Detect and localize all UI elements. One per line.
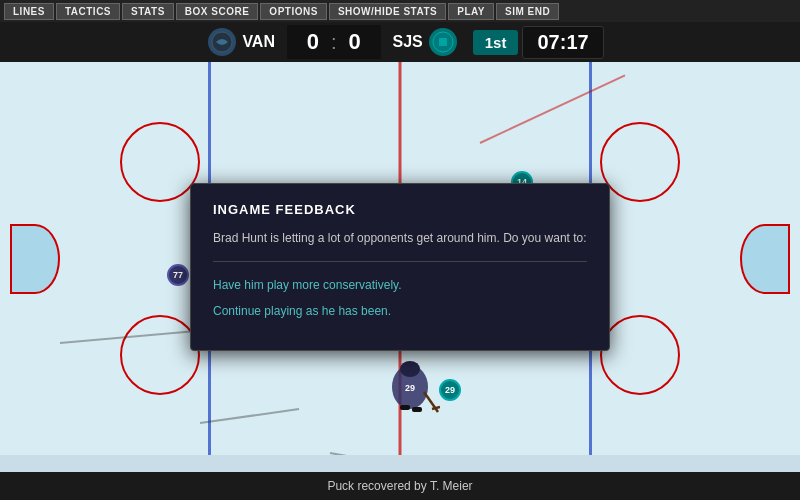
status-bar: Puck recovered by T. Meier <box>0 472 800 500</box>
score-display: 0 : 0 <box>287 25 381 59</box>
status-text: Puck recovered by T. Meier <box>327 479 472 493</box>
team-right-logo <box>429 28 457 56</box>
dialog-option-1[interactable]: Have him play more conservatively. <box>213 276 587 294</box>
score-left: 0 <box>303 29 323 55</box>
team-right-name: SJS <box>393 33 423 51</box>
show-hide-stats-button[interactable]: SHOW/HIDE STATS <box>329 3 446 20</box>
play-button[interactable]: PLAY <box>448 3 494 20</box>
box-score-button[interactable]: BOX SCORE <box>176 3 259 20</box>
sim-end-button[interactable]: SIM END <box>496 3 559 20</box>
game-clock: 07:17 <box>522 26 603 59</box>
team-right: SJS <box>381 28 469 56</box>
options-button[interactable]: OPTIONS <box>260 3 327 20</box>
period-display: 1st <box>473 30 519 55</box>
dialog-overlay: INGAME FEEDBACK Brad Hunt is letting a l… <box>0 124 800 410</box>
stats-button[interactable]: STATS <box>122 3 174 20</box>
dialog-message: Brad Hunt is letting a lot of opponents … <box>213 229 587 247</box>
scoreboard: VAN 0 : 0 SJS 1st 07:17 <box>0 22 800 62</box>
dialog-divider <box>213 261 587 262</box>
diag-line-3 <box>200 408 299 424</box>
tactics-button[interactable]: TACTICS <box>56 3 120 20</box>
lines-button[interactable]: LINES <box>4 3 54 20</box>
team-left-logo <box>208 28 236 56</box>
diag-line-4 <box>330 452 409 455</box>
score-right: 0 <box>345 29 365 55</box>
feedback-dialog: INGAME FEEDBACK Brad Hunt is letting a l… <box>190 183 610 351</box>
team-left-name: VAN <box>242 33 275 51</box>
hockey-rink: 1477292793 29 INGAME FEEDBACK Brad Hunt … <box>0 62 800 455</box>
score-separator: : <box>331 31 337 54</box>
dialog-option-2[interactable]: Continue playing as he has been. <box>213 302 587 320</box>
dialog-title: INGAME FEEDBACK <box>213 202 587 217</box>
top-navigation: LINES TACTICS STATS BOX SCORE OPTIONS SH… <box>0 0 800 22</box>
team-left: VAN <box>196 28 287 56</box>
